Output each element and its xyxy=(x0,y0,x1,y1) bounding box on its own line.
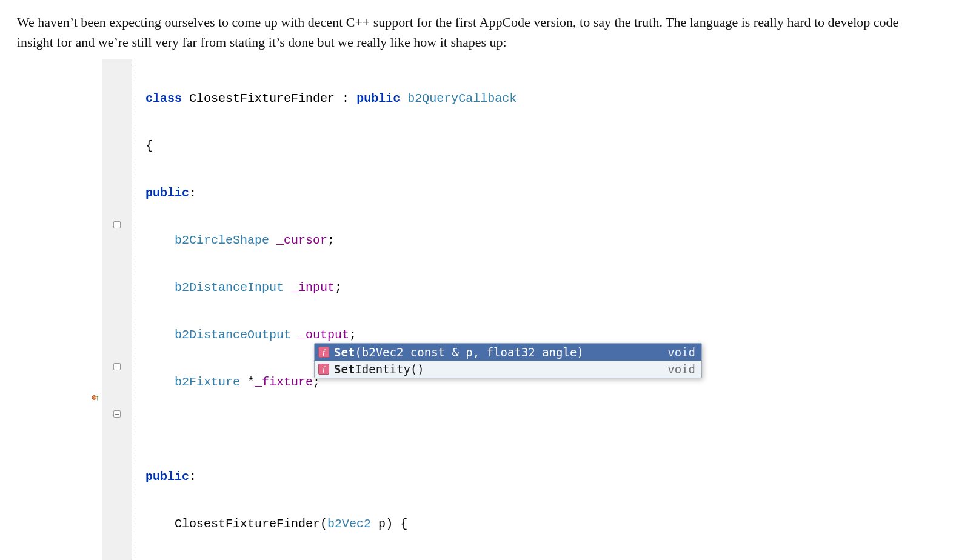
code-line xyxy=(142,422,936,438)
code-line: b2DistanceOutput _output; xyxy=(142,327,936,343)
autocomplete-item[interactable]: f SetIdentity() void xyxy=(315,361,701,378)
gutter: ⊚↑ xyxy=(102,59,132,560)
fold-toggle-icon[interactable] xyxy=(102,406,132,422)
autocomplete-item-type: void xyxy=(667,345,695,359)
code-line: public: xyxy=(142,469,936,485)
fold-toggle-icon[interactable] xyxy=(102,217,132,233)
function-icon: f xyxy=(318,347,329,358)
autocomplete-item-type: void xyxy=(667,362,695,376)
autocomplete-item-label: SetIdentity() xyxy=(334,362,667,376)
code-line: b2DistanceInput _input; xyxy=(142,280,936,296)
fold-toggle-icon[interactable] xyxy=(102,359,132,375)
code-line: { xyxy=(142,138,936,154)
autocomplete-item[interactable]: f Set(b2Vec2 const & p, float32 angle) v… xyxy=(315,344,701,361)
autocomplete-item-label: Set(b2Vec2 const & p, float32 angle) xyxy=(334,345,667,359)
intro-paragraph: We haven’t been expecting ourselves to c… xyxy=(17,12,936,52)
function-icon: f xyxy=(318,364,329,375)
code-area[interactable]: class ClosestFixtureFinder : public b2Qu… xyxy=(138,59,936,560)
code-line: b2CircleShape _cursor; xyxy=(142,233,936,248)
code-line: ClosestFixtureFinder(b2Vec2 p) { xyxy=(142,516,936,532)
fold-bar xyxy=(132,59,138,560)
autocomplete-popup[interactable]: f Set(b2Vec2 const & p, float32 angle) v… xyxy=(314,343,702,378)
override-icon[interactable]: ⊚↑ xyxy=(90,390,102,406)
code-line: public: xyxy=(142,185,936,201)
code-editor: ⊚↑ class ClosestFixtureFinder : public b… xyxy=(102,59,936,560)
code-line: class ClosestFixtureFinder : public b2Qu… xyxy=(142,91,936,107)
